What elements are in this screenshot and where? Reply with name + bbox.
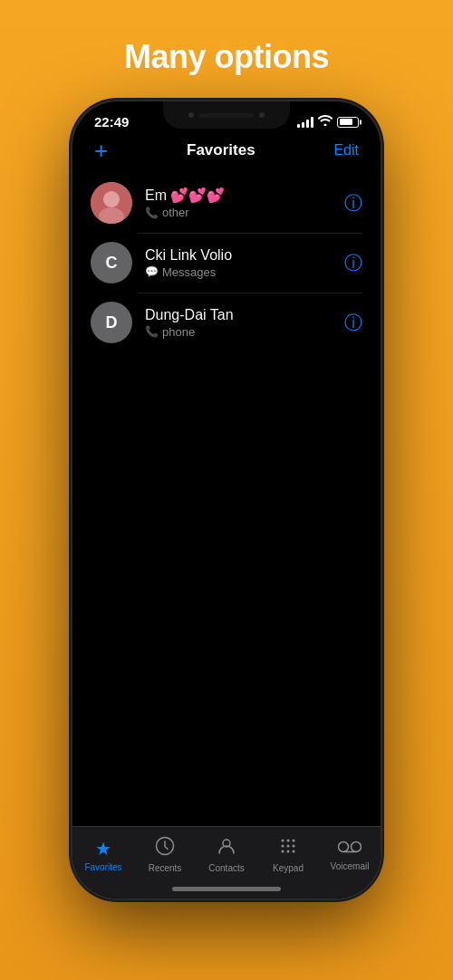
info-button-em[interactable]: ⓘ <box>344 191 362 216</box>
avatar-letter-cki: C <box>106 254 118 273</box>
tab-voicemail[interactable]: Voicemail <box>325 838 375 871</box>
tab-favorites-label: Favorites <box>84 862 121 872</box>
status-time: 22:49 <box>94 114 129 130</box>
favorites-icon: ★ <box>95 838 111 860</box>
svg-point-5 <box>282 840 284 842</box>
contact-sub-label-cki: Messages <box>162 265 216 279</box>
contact-item-cki[interactable]: C Cki Link Volio 💬 Messages ⓘ <box>72 233 381 293</box>
svg-point-15 <box>352 842 361 852</box>
contact-sub-cki: 💬 Messages <box>145 265 344 279</box>
wifi-icon <box>318 115 333 129</box>
notch-speaker <box>199 113 254 118</box>
tab-recents[interactable]: Recents <box>140 836 190 873</box>
contact-sub-label-dung: phone <box>162 325 195 339</box>
nav-title: Favorites <box>187 141 255 159</box>
tab-keypad[interactable]: Keypad <box>264 836 313 873</box>
add-favorite-button[interactable]: + <box>94 139 108 162</box>
avatar-em <box>91 182 132 224</box>
page-title: Many options <box>124 38 329 76</box>
tab-voicemail-label: Voicemail <box>331 861 370 871</box>
message-sub-icon: 💬 <box>145 265 159 278</box>
voicemail-icon <box>338 838 361 859</box>
tab-keypad-label: Keypad <box>273 863 304 873</box>
notch-camera <box>188 112 194 118</box>
info-button-dung[interactable]: ⓘ <box>344 311 362 335</box>
battery-body <box>337 117 359 128</box>
svg-point-12 <box>287 850 290 853</box>
contact-name-cki: Cki Link Volio <box>145 247 344 264</box>
battery-fill <box>340 119 352 125</box>
edit-button[interactable]: Edit <box>333 142 359 159</box>
svg-point-6 <box>287 840 290 842</box>
contact-info-dung: Dung-Dai Tan 📞 phone <box>145 307 344 339</box>
contact-sub-em: 📞 other <box>145 206 344 219</box>
tab-favorites[interactable]: ★ Favorites <box>79 838 129 872</box>
signal-bar-2 <box>302 122 304 128</box>
svg-point-1 <box>103 191 120 207</box>
contact-info-cki: Cki Link Volio 💬 Messages <box>145 247 344 279</box>
signal-icon <box>297 117 313 128</box>
keypad-icon <box>278 836 298 860</box>
recents-icon <box>155 836 175 860</box>
tab-recents-label: Recents <box>149 863 182 873</box>
avatar-letter-dung: D <box>106 313 118 332</box>
contact-item-em[interactable]: Em 💕💕💕 📞 other ⓘ <box>72 173 381 233</box>
svg-point-13 <box>293 850 295 853</box>
screen: 22:49 <box>72 101 381 898</box>
phone-sub-icon-dung: 📞 <box>145 325 159 338</box>
signal-bar-3 <box>306 120 309 128</box>
tab-contacts-label: Contacts <box>208 863 244 873</box>
svg-point-8 <box>282 845 284 848</box>
contacts-icon <box>217 836 236 860</box>
signal-bar-1 <box>297 124 300 128</box>
notch <box>163 101 290 129</box>
svg-point-10 <box>293 845 295 848</box>
contact-name-em: Em 💕💕💕 <box>145 187 344 204</box>
svg-point-9 <box>287 845 290 848</box>
status-icons <box>297 115 359 129</box>
contact-name-dung: Dung-Dai Tan <box>145 307 344 323</box>
phone-frame: 22:49 <box>72 101 381 898</box>
contact-sub-label-em: other <box>162 206 189 219</box>
signal-bar-4 <box>311 117 313 128</box>
nav-bar: + Favorites Edit <box>72 131 381 168</box>
contact-sub-dung: 📞 phone <box>145 325 344 339</box>
contact-item-dung[interactable]: D Dung-Dai Tan 📞 phone ⓘ <box>72 293 381 352</box>
contact-list: Em 💕💕💕 📞 other ⓘ C Cki Link Volio 💬 <box>72 173 381 352</box>
contact-info-em: Em 💕💕💕 📞 other <box>145 187 344 219</box>
svg-point-14 <box>339 842 349 852</box>
phone-sub-icon: 📞 <box>145 207 159 219</box>
info-button-cki[interactable]: ⓘ <box>344 251 362 275</box>
svg-point-7 <box>293 840 295 842</box>
avatar-dung: D <box>91 302 132 343</box>
home-indicator <box>172 887 281 891</box>
tab-contacts[interactable]: Contacts <box>202 836 252 873</box>
notch-sensor <box>259 112 265 118</box>
avatar-cki: C <box>91 242 132 283</box>
battery-icon <box>337 117 359 128</box>
svg-point-11 <box>282 850 284 853</box>
